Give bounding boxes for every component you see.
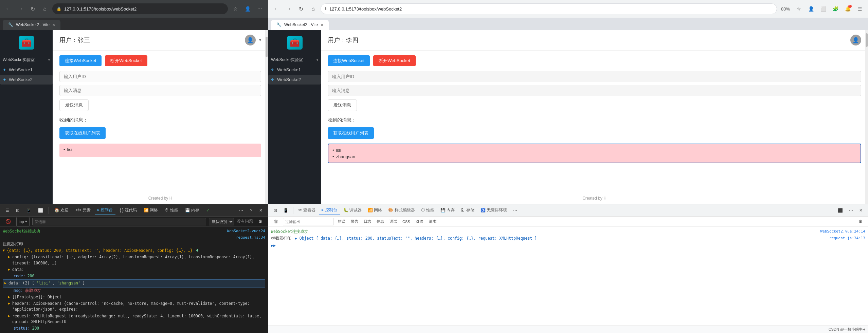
devtools-close-btn[interactable]: ✕ (256, 206, 265, 215)
back-button[interactable]: ← (3, 4, 13, 14)
right-filter-tab-css[interactable]: CSS (400, 219, 412, 224)
right-back-button[interactable]: ← (272, 4, 281, 14)
right-forward-button[interactable]: → (284, 4, 293, 14)
right-dt-console-btn[interactable]: ▸ 控制台 (319, 206, 340, 215)
devtools-network-btn[interactable]: 📶 网络 (141, 206, 161, 215)
devtools-performance-btn[interactable]: ⏱ 性能 (162, 206, 181, 215)
log-link-req[interactable]: request.js:34 (236, 235, 265, 241)
right-bookmark-button[interactable]: ☆ (794, 4, 803, 14)
right-badge-button[interactable]: 🔔1 (843, 4, 852, 14)
right-dt-debugger-btn[interactable]: 🐛 调试器 (341, 206, 364, 215)
expand-arrow-7[interactable]: ▶ (8, 313, 10, 318)
disconnect-websocket-button[interactable]: 断开WebSocket (105, 55, 147, 66)
message-input[interactable] (59, 85, 261, 96)
right-dt-network-btn[interactable]: 📶 网络 (365, 206, 385, 215)
devtools-menu-btn[interactable]: ☰ (3, 206, 12, 215)
refresh-button[interactable]: ↻ (28, 4, 37, 14)
right-filter-tab-errors[interactable]: 错误 (336, 218, 347, 225)
devtools-settings-btn[interactable]: ⚙ (256, 217, 265, 226)
expand-arrow-4[interactable]: ▶ (4, 280, 6, 285)
right-dt-inspect-btn[interactable]: ⊡ (271, 206, 280, 215)
right-sidebar-item-websocke1[interactable]: ✈ WebSocke1 (268, 65, 321, 75)
home-button[interactable]: ⌂ (40, 4, 50, 14)
right-get-online-users-button[interactable]: 获取在线用户列表 (328, 127, 374, 139)
right-devtools-settings-btn[interactable]: ⚙ (856, 217, 865, 226)
right-devtools-clear-btn[interactable]: 🗑 (271, 217, 281, 226)
log-level-select[interactable]: 默认级别 (209, 218, 234, 225)
right-dt-close-btn[interactable]: ✕ (856, 206, 865, 215)
devtools-clear-btn[interactable]: 🚫 (3, 217, 14, 226)
right-refresh-button[interactable]: ↻ (296, 4, 306, 14)
expand-arrow-2[interactable]: ▶ (8, 254, 10, 259)
expand-arrow-5[interactable]: ▶ (8, 294, 10, 299)
right-more-btn2[interactable]: ☰ (855, 4, 865, 14)
devtools-memory-btn[interactable]: 💾 内存 (182, 206, 202, 215)
devtools-inspect-btn[interactable]: ⊡ (13, 206, 22, 215)
devtools-sources-btn[interactable]: { } 源代码 (117, 206, 140, 215)
expand-arrow-6[interactable]: ▶ (8, 301, 10, 306)
right-dt-storage-btn[interactable]: 🗄 存储 (458, 206, 477, 215)
send-message-button[interactable]: 发送消息 (59, 99, 89, 111)
right-filter-tab-warnings[interactable]: 警告 (349, 218, 360, 225)
sidebar-item-websocke1[interactable]: ✈ WebSocke1 (0, 65, 53, 75)
right-message-input[interactable] (328, 85, 861, 96)
right-dt-responsive-btn[interactable]: ⬛ (835, 206, 846, 215)
connect-websocket-button[interactable]: 连接WebSocket (59, 55, 102, 66)
right-filter-tab-info[interactable]: 信息 (375, 218, 386, 225)
devtools-mobile-btn[interactable]: ⬜ (35, 206, 46, 215)
right-more-menu-button[interactable]: ⬜ (818, 4, 828, 14)
devtools-device-btn[interactable]: 📱 (23, 206, 34, 215)
right-filter-tab-requests[interactable]: 请求 (427, 218, 438, 225)
scroll-thumb[interactable] (266, 37, 268, 57)
devtools-help-btn[interactable]: ? (247, 206, 255, 215)
right-disconnect-websocket-button[interactable]: 断开WebSocket (373, 55, 415, 66)
left-active-tab[interactable]: 🔧 WebSocket2 - Vite ✕ (3, 20, 60, 30)
more-menu-button[interactable]: ⋯ (255, 4, 265, 14)
bookmark-button[interactable]: ☆ (231, 4, 240, 14)
devtools-elements-btn[interactable]: </> 元素 (73, 206, 93, 215)
devtools-more-btn[interactable]: ⋯ (236, 206, 246, 215)
devtools-console-btn[interactable]: ▸ 控制台 (95, 206, 115, 215)
devtools-checkmark-btn[interactable]: ✓ (203, 206, 212, 215)
right-log-link-2[interactable]: request.js:34:13 (829, 235, 865, 241)
address-bar[interactable]: 🔒 127.0.0.1:5173/toolsbox/webSocket2 (52, 3, 228, 14)
right-dt-device-btn[interactable]: 📱 (281, 206, 291, 215)
top-selector[interactable]: top ▾ (16, 217, 30, 226)
right-profile-button[interactable]: 👤 (806, 4, 816, 14)
right-dt-style-editor-btn[interactable]: 🎨 样式编辑器 (385, 206, 417, 215)
right-address-bar[interactable]: ℹ 127.0.0.1:5173/toolsbox/webSocket2 (321, 3, 777, 14)
right-log-object-expand[interactable]: ▶ Object { data: {…}, status: 200, statu… (295, 235, 537, 241)
right-scroll-thumb[interactable] (866, 33, 868, 47)
right-filter-input[interactable] (283, 218, 334, 225)
right-connect-websocket-button[interactable]: 连接WebSocket (328, 55, 370, 66)
filter-input[interactable] (32, 218, 206, 225)
tab-close-button[interactable]: ✕ (52, 23, 55, 27)
user-id-input[interactable] (59, 71, 261, 82)
right-dt-memory-btn[interactable]: 💾 内存 (438, 206, 457, 215)
right-sidebar-item-websocke2[interactable]: ✈ WebSocke2 (268, 75, 321, 85)
right-active-tab[interactable]: 🔧 WebSocket2 - Vite ✕ (271, 20, 329, 30)
right-send-message-button[interactable]: 发送消息 (328, 99, 357, 111)
get-online-users-button[interactable]: 获取在线用户列表 (59, 127, 106, 139)
expand-arrow-3[interactable]: ▶ (8, 267, 10, 272)
scrollbar[interactable] (265, 30, 268, 204)
right-expand-icon[interactable]: ▶▶ (271, 242, 276, 248)
log-link-1[interactable]: WebSocket2.vue:24 (227, 228, 265, 234)
right-filter-tab-debug[interactable]: 调试 (387, 218, 399, 225)
right-dt-more2-btn[interactable]: ⋯ (846, 206, 856, 215)
profile-button[interactable]: 👤 (243, 4, 252, 14)
right-extensions-button[interactable]: 🧩 (831, 4, 840, 14)
right-user-id-input[interactable] (328, 71, 861, 82)
right-filter-tab-xhr[interactable]: XHR (414, 219, 426, 224)
sidebar-section-websocke[interactable]: WebSocke实验室 ▾ (0, 55, 53, 65)
right-dt-accessibility-btn[interactable]: ♿ 无障碍环境 (478, 206, 510, 215)
right-dt-performance-btn[interactable]: ⏱ 性能 (418, 206, 437, 215)
right-log-link-1[interactable]: WebSocket2.vue:24:14 (820, 228, 865, 235)
sidebar-item-websocke2[interactable]: ✈ WebSocke2 (0, 75, 53, 85)
right-dt-more-btn[interactable]: ⋯ (510, 206, 520, 215)
right-filter-tab-logs[interactable]: 日志 (362, 218, 373, 225)
right-tab-close-button[interactable]: ✕ (321, 23, 323, 27)
forward-button[interactable]: → (16, 4, 25, 14)
right-sidebar-section-websocke[interactable]: WebSocke实验室 ▾ (268, 55, 321, 65)
expand-arrow-1[interactable]: ▼ (3, 248, 5, 253)
